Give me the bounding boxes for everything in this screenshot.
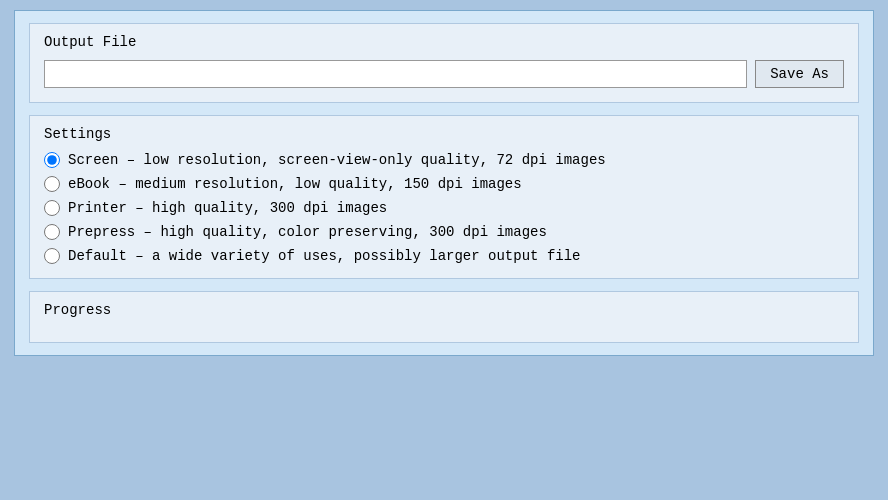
radio-option-default: Default – a wide variety of uses, possib… (44, 248, 844, 264)
output-file-input[interactable] (44, 60, 747, 88)
main-container: Output File Save As Settings Screen – lo… (14, 10, 874, 356)
radio-screen[interactable] (44, 152, 60, 168)
radio-ebook[interactable] (44, 176, 60, 192)
radio-prepress[interactable] (44, 224, 60, 240)
radio-option-screen: Screen – low resolution, screen‑view‑onl… (44, 152, 844, 168)
radio-screen-label[interactable]: Screen – low resolution, screen‑view‑onl… (68, 152, 606, 168)
progress-section: Progress (29, 291, 859, 343)
settings-title: Settings (44, 126, 844, 142)
output-file-title: Output File (44, 34, 844, 50)
radio-printer-label[interactable]: Printer – high quality, 300 dpi images (68, 200, 387, 216)
radio-prepress-label[interactable]: Prepress – high quality, color preservin… (68, 224, 547, 240)
radio-option-prepress: Prepress – high quality, color preservin… (44, 224, 844, 240)
settings-section: Settings Screen – low resolution, screen… (29, 115, 859, 279)
radio-option-printer: Printer – high quality, 300 dpi images (44, 200, 844, 216)
radio-default-label[interactable]: Default – a wide variety of uses, possib… (68, 248, 580, 264)
progress-title: Progress (44, 302, 844, 318)
radio-option-ebook: eBook – medium resolution, low quality, … (44, 176, 844, 192)
radio-printer[interactable] (44, 200, 60, 216)
save-as-button[interactable]: Save As (755, 60, 844, 88)
output-file-section: Output File Save As (29, 23, 859, 103)
radio-default[interactable] (44, 248, 60, 264)
radio-ebook-label[interactable]: eBook – medium resolution, low quality, … (68, 176, 522, 192)
output-file-row: Save As (44, 60, 844, 88)
